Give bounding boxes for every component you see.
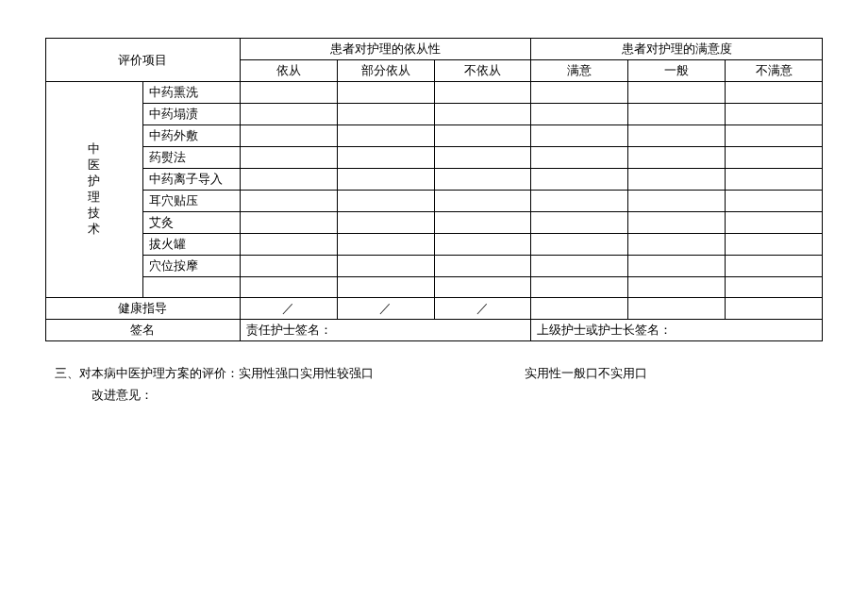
cell	[337, 104, 434, 125]
cell	[726, 125, 823, 147]
cell	[531, 125, 628, 147]
cell	[628, 125, 726, 147]
table-row: 中药外敷	[46, 125, 823, 147]
cell	[726, 212, 823, 234]
cell	[240, 234, 337, 256]
cell	[434, 277, 531, 298]
table-row: 药熨法	[46, 147, 823, 169]
cell: ／	[337, 298, 434, 320]
cell	[531, 298, 628, 320]
eval-prefix: 对本病中医护理方案的评价：	[79, 362, 239, 384]
cell	[434, 256, 531, 277]
cell	[628, 234, 726, 256]
table-row: 艾灸	[46, 212, 823, 234]
eval-option-3: 实用性一般口	[525, 362, 598, 384]
cell	[726, 82, 823, 104]
cell	[434, 191, 531, 212]
table-row: 中药塌渍	[46, 104, 823, 125]
cell	[726, 277, 823, 298]
cell	[531, 104, 628, 125]
cell	[337, 277, 434, 298]
cell	[240, 212, 337, 234]
cell	[726, 191, 823, 212]
cell	[726, 147, 823, 169]
cell	[434, 212, 531, 234]
cell	[531, 169, 628, 191]
technique-name: 耳穴贴压	[142, 191, 240, 212]
senior-nurse-sign: 上级护士或护士长签名：	[531, 320, 823, 341]
cell	[628, 256, 726, 277]
table-row: 中药离子导入	[46, 169, 823, 191]
cell	[726, 256, 823, 277]
col-compliance-2: 部分依从	[337, 60, 434, 82]
cell	[337, 169, 434, 191]
technique-name: 拔火罐	[142, 234, 240, 256]
table-row: 穴位按摩	[46, 256, 823, 277]
cell	[726, 298, 823, 320]
technique-name: 药熨法	[142, 147, 240, 169]
cell	[628, 82, 726, 104]
cell: ／	[434, 298, 531, 320]
cell	[240, 82, 337, 104]
section-number: 三、	[55, 362, 79, 384]
col-compliance-1: 依从	[240, 60, 337, 82]
cell	[628, 191, 726, 212]
cell	[531, 277, 628, 298]
table-row: 中医护理技术 中药熏洗	[46, 82, 823, 104]
evaluation-table: 评价项目 患者对护理的依从性 患者对护理的满意度 依从 部分依从 不依从 满意 …	[45, 38, 823, 341]
cell	[531, 256, 628, 277]
technique-name: 中药熏洗	[142, 82, 240, 104]
col-eval-item: 评价项目	[46, 39, 241, 82]
cell	[337, 234, 434, 256]
cell	[240, 147, 337, 169]
improve-label: 改进意见：	[92, 384, 823, 406]
table-row: 耳穴贴压	[46, 191, 823, 212]
col-satisfaction-3: 不满意	[726, 60, 823, 82]
cell: ／	[240, 298, 337, 320]
cell	[726, 104, 823, 125]
cell	[531, 82, 628, 104]
technique-name: 穴位按摩	[142, 256, 240, 277]
cell	[337, 125, 434, 147]
category-label: 中医护理技术	[46, 82, 143, 298]
cell	[434, 82, 531, 104]
technique-name	[142, 277, 240, 298]
cell	[531, 234, 628, 256]
cell	[628, 277, 726, 298]
technique-name: 中药离子导入	[142, 169, 240, 191]
cell	[337, 212, 434, 234]
health-guidance-row: 健康指导 ／ ／ ／	[46, 298, 823, 320]
technique-name: 中药塌渍	[142, 104, 240, 125]
cell	[240, 104, 337, 125]
cell	[628, 104, 726, 125]
cell	[628, 298, 726, 320]
signature-label: 签名	[46, 320, 241, 341]
eval-option-4: 不实用口	[598, 362, 647, 384]
cell	[337, 191, 434, 212]
cell	[531, 191, 628, 212]
cell	[726, 169, 823, 191]
cell	[628, 212, 726, 234]
cell	[434, 234, 531, 256]
cell	[240, 277, 337, 298]
technique-name: 中药外敷	[142, 125, 240, 147]
cell	[434, 104, 531, 125]
signature-row: 签名 责任护士签名： 上级护士或护士长签名：	[46, 320, 823, 341]
table-row: 拔火罐	[46, 234, 823, 256]
responsible-nurse-sign: 责任护士签名：	[240, 320, 531, 341]
col-group-compliance: 患者对护理的依从性	[240, 39, 531, 60]
col-group-satisfaction: 患者对护理的满意度	[531, 39, 823, 60]
footer-notes: 三、 对本病中医护理方案的评价： 实用性强口 实用性较强口 实用性一般口 不实用…	[45, 362, 823, 407]
eval-option-1: 实用性强口	[239, 362, 300, 384]
table-row	[46, 277, 823, 298]
col-satisfaction-2: 一般	[628, 60, 726, 82]
cell	[337, 256, 434, 277]
cell	[240, 191, 337, 212]
cell	[628, 147, 726, 169]
cell	[240, 125, 337, 147]
cell	[337, 82, 434, 104]
cell	[240, 256, 337, 277]
eval-option-2: 实用性较强口	[300, 362, 374, 384]
category-text: 中医护理技术	[88, 141, 100, 237]
cell	[337, 147, 434, 169]
